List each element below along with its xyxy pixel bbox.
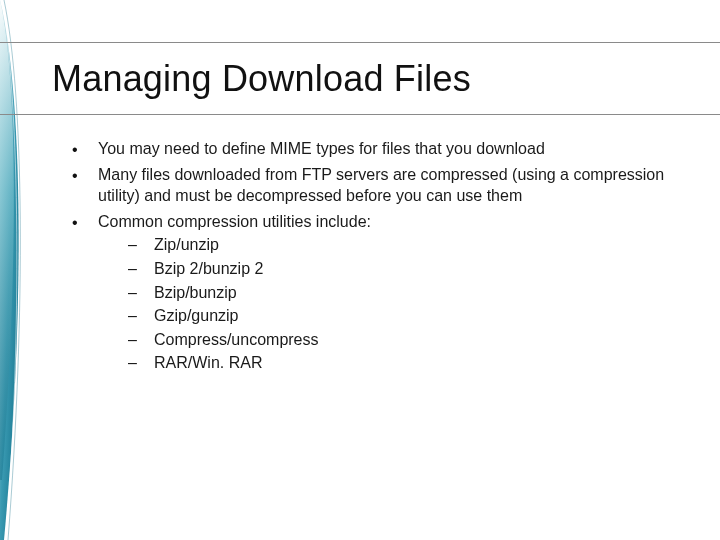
side-accent-graphic: [0, 0, 30, 540]
top-divider: [0, 42, 720, 43]
bullet-item: You may need to define MIME types for fi…: [68, 138, 670, 160]
bullet-text: Many files downloaded from FTP servers a…: [98, 166, 664, 205]
sub-bullet-item: Zip/unzip: [98, 234, 670, 256]
slide-body: You may need to define MIME types for fi…: [68, 138, 670, 378]
sub-bullet-item: Bzip/bunzip: [98, 282, 670, 304]
sub-bullet-text: Gzip/gunzip: [154, 307, 239, 324]
bullet-text: You may need to define MIME types for fi…: [98, 140, 545, 157]
title-underline: [0, 114, 720, 115]
sub-bullet-text: RAR/Win. RAR: [154, 354, 262, 371]
slide-title: Managing Download Files: [52, 58, 471, 100]
bullet-text: Common compression utilities include:: [98, 213, 371, 230]
sub-bullet-item: Bzip 2/bunzip 2: [98, 258, 670, 280]
sub-bullet-item: RAR/Win. RAR: [98, 352, 670, 374]
bullet-item: Common compression utilities include: Zi…: [68, 211, 670, 374]
sub-bullet-item: Gzip/gunzip: [98, 305, 670, 327]
sub-bullet-item: Compress/uncompress: [98, 329, 670, 351]
sub-bullet-text: Bzip 2/bunzip 2: [154, 260, 263, 277]
sub-bullet-text: Compress/uncompress: [154, 331, 319, 348]
sub-bullet-text: Bzip/bunzip: [154, 284, 237, 301]
bullet-item: Many files downloaded from FTP servers a…: [68, 164, 670, 207]
sub-bullet-text: Zip/unzip: [154, 236, 219, 253]
